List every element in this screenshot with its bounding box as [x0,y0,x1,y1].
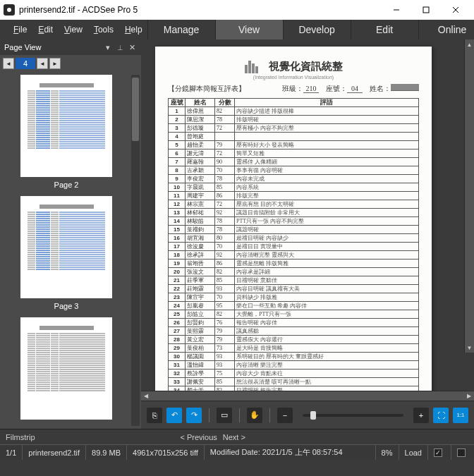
page-first-button[interactable]: ◄ [3,58,14,69]
cell-score: 78 [215,116,235,124]
fit-screen-icon[interactable]: ⛶ [433,408,449,423]
cell-no: 6 [169,149,186,158]
mode-manage[interactable]: Manage [147,20,215,39]
page-thumbnail-3[interactable]: for(let i=0;i<28;i++)document.write('<di… [20,317,112,420]
cell-comment: 內容未完成 [235,175,419,183]
title-bar: printersend2.tif - ACDSee Pro 5 [0,0,474,20]
cell-no: 14 [169,217,186,226]
cell-comment: 排版完整 [235,192,419,200]
cell-no: 8 [169,166,186,175]
cell-no: 17 [169,243,186,251]
close-button[interactable] [441,0,470,20]
cell-comment: 是大時是 肯接簡略 [235,344,419,353]
table-row: 28黃立宏79靈感假大 內容還行 [169,336,419,344]
cell-comment: 議題明確 [235,226,419,234]
cell-no: 13 [169,209,186,217]
cell-no: 32 [169,370,186,378]
table-row: 32蔡詮學75內容大少 肯點未往 [169,370,419,378]
pane-menu-icon[interactable]: ▾ [103,42,113,52]
pane-title: Page View [4,43,41,51]
cell-no: 20 [169,268,186,276]
cell-name: 陳思潔 [186,116,215,124]
status-dims: 4961x7015x256 tiff [126,445,204,460]
table-row: 6謝元濤72簡單又短雅 [169,149,419,158]
cell-no: 10 [169,183,186,192]
mode-develop[interactable]: Develop [283,20,351,39]
cell-comment: 內容承是詳細 [235,268,419,276]
pane-close-icon[interactable]: ✕ [127,42,137,52]
status-loading: Load [399,445,427,460]
page-thumbnail-1[interactable]: for(let i=0;i<28;i++)document.write('<di… [20,75,112,177]
viewer-hscrollbar[interactable]: ◀ ▶ [141,391,474,401]
mode-online[interactable]: Online [418,20,474,39]
cell-comment: 樂在日一些互動 希趣 內容佳 [235,302,419,310]
cell-no: 18 [169,251,186,260]
zoom-in-icon[interactable]: + [413,408,429,423]
pane-pin-icon[interactable]: ⟂ [115,42,125,52]
zoom-out-icon[interactable]: − [277,408,293,423]
mode-edit[interactable]: Edit [351,20,418,39]
cell-no: 22 [169,285,186,293]
cell-comment: 靈感佳 人像精細 [235,158,419,166]
thumb-scrollbar[interactable] [131,75,140,426]
minimize-button[interactable] [382,0,411,20]
cell-no: 23 [169,293,186,302]
rotate-right-icon[interactable]: ↷ [186,408,202,423]
seat-value: 04 [347,85,363,93]
table-row: 17徐浚慶70是禮目目 實現量中 [169,243,419,251]
external-edit-icon[interactable]: ⎘ [147,408,162,423]
cell-no: 7 [169,158,186,166]
cell-name: 字晨凱 [186,183,215,192]
table-row: 11周建宇86排版完整 [169,192,419,200]
maximize-button[interactable] [411,0,441,20]
cell-comment: 系明確目的 壓有時的大 童跟靈感好 [235,353,419,361]
actual-size-icon[interactable]: 1:1 [453,408,468,423]
cell-score: 86 [215,260,235,268]
page-number-input[interactable] [16,58,35,69]
menu-edit[interactable]: Edit [33,25,58,35]
zoom-slider[interactable] [303,414,403,417]
page-prev-button[interactable]: ◄ [37,58,48,69]
menu-file[interactable]: File [8,25,32,35]
menu-help[interactable]: Help [120,25,147,35]
cell-score: 75 [215,370,235,378]
rotate-left-icon[interactable]: ↶ [166,408,182,423]
viewer-canvas[interactable]: 視覺化資訊統整 (Integrated Information Visualiz… [141,39,474,391]
menu-view[interactable]: View [59,25,87,35]
cell-score: 79 [215,141,235,149]
next-button[interactable]: Next > [223,433,245,441]
cell-score: 85 [215,183,235,192]
class-label: 班級： [282,85,303,92]
cell-score: 70 [215,293,235,302]
status-pages: 1/1 [0,445,22,460]
scroll-up-icon[interactable]: ▲ [465,39,474,49]
status-check1[interactable]: ✓ [427,445,451,460]
cell-comment: 內容清晰完整 靈感與大 [235,251,419,260]
select-tool-icon[interactable]: ▭ [217,408,232,423]
page-thumbnail-2[interactable]: for(let i=0;i<28;i++)document.write('<di… [20,196,112,298]
table-row: 33謝佩安85想法很表清楚 咳可再清晰一點 [169,378,419,386]
cell-comment: 靈感是想離 排版簡雅 [235,260,419,268]
prev-button[interactable]: < Previous [181,433,217,441]
mode-view[interactable]: View [215,20,283,39]
svg-point-0 [7,8,11,12]
page-next-button[interactable]: ► [49,58,61,69]
cell-no: 26 [169,319,186,327]
cell-score: 85 [215,276,235,285]
cell-comment: 內容大少 肯點未往 [235,370,419,378]
status-check2[interactable] [451,445,474,460]
cell-name: 謝佩安 [186,378,215,386]
scroll-down-icon[interactable]: ▼ [465,343,474,353]
scroll-left-icon[interactable]: ◀ [141,391,151,401]
pan-tool-icon[interactable]: ✋ [247,408,262,423]
cell-no: 9 [169,175,186,183]
menu-tools[interactable]: Tools [89,25,119,35]
viewer-vscrollbar[interactable]: ▲ ▼ [464,39,474,353]
table-row: 31溫怡緯93內容清晰 樂注完整 [169,361,419,370]
thumb-label-3: Page 3 [4,300,128,315]
cell-comment: 內容系統 [235,183,419,192]
cell-name: 羅嘉翰 [186,158,215,166]
scroll-right-icon[interactable]: ▶ [464,391,474,401]
table-row: 14林駿皓78PTT只有一張 內容不夠完整 [169,217,419,226]
cell-score: 70 [215,166,235,175]
